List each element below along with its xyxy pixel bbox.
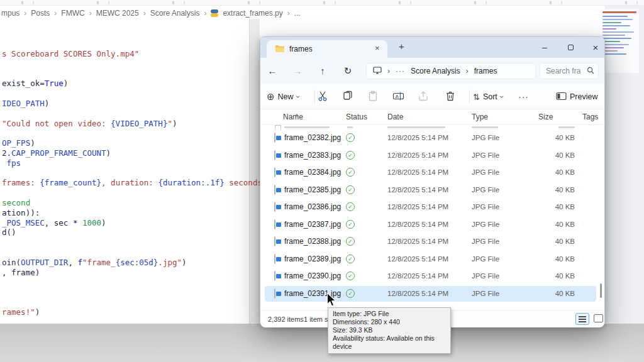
code-line: oin(OUTPUT_DIR, f"frame_{sec:05d}.jpg") bbox=[2, 258, 272, 268]
code-token: oin( bbox=[2, 258, 21, 267]
editor-minimap[interactable] bbox=[601, 9, 639, 73]
code-token: .jpg" bbox=[158, 258, 182, 267]
back-button[interactable]: ← bbox=[264, 63, 280, 79]
code-line bbox=[2, 297, 272, 307]
column-header-tags[interactable]: Tags bbox=[582, 112, 598, 121]
clipped-text bbox=[347, 126, 353, 128]
minimap-line bbox=[602, 22, 621, 23]
sort-label: Sort bbox=[483, 92, 497, 101]
thumbnail-view-toggle[interactable] bbox=[594, 314, 603, 322]
breadcrumb-item[interactable]: Posts bbox=[31, 9, 50, 18]
file-date: 12/8/2025 5:14 PM bbox=[387, 221, 448, 228]
cut-button[interactable] bbox=[317, 84, 328, 109]
breadcrumb-item[interactable]: mpus bbox=[1, 9, 19, 18]
delete-button[interactable] bbox=[445, 84, 456, 109]
file-row[interactable]: frame_02390.jpg ✓ 12/8/2025 5:14 PM JPG … bbox=[260, 268, 604, 285]
copy-button[interactable] bbox=[342, 84, 353, 109]
file-name: frame_02389.jpg bbox=[284, 255, 341, 263]
file-name: frame_02386.jpg bbox=[284, 202, 341, 211]
column-header-type[interactable]: Type bbox=[472, 112, 488, 121]
address-bar[interactable]: › ··· Score Analysis › frames bbox=[366, 63, 536, 79]
tooltip-line: Dimensions: 280 x 440 bbox=[333, 318, 446, 326]
share-button[interactable] bbox=[418, 84, 429, 109]
chevron-right-icon: › bbox=[466, 67, 469, 75]
explorer-tab-frames[interactable]: frames × bbox=[267, 40, 387, 58]
search-placeholder: Search fra bbox=[546, 67, 587, 75]
minimize-button[interactable]: – bbox=[535, 40, 554, 55]
search-input[interactable]: Search fra bbox=[540, 63, 599, 79]
close-button[interactable]: × bbox=[586, 40, 605, 55]
file-date: 12/8/2025 5:14 PM bbox=[387, 238, 448, 245]
breadcrumb-item[interactable]: MEWC 2025 bbox=[96, 9, 139, 18]
new-tab-button[interactable]: + bbox=[399, 41, 404, 52]
file-row[interactable]: frame_02385.jpg ✓ 12/8/2025 5:14 PM JPG … bbox=[260, 182, 604, 199]
code-token: True bbox=[45, 79, 64, 88]
breadcrumb-item[interactable]: FMWC bbox=[61, 9, 84, 18]
file-type: JPG File bbox=[472, 168, 499, 176]
file-date: 12/8/2025 5:14 PM bbox=[387, 272, 448, 280]
jpg-file-icon bbox=[274, 202, 275, 211]
breadcrumb-item[interactable]: extract_frames.py bbox=[223, 9, 282, 18]
file-size: 40 KB bbox=[531, 203, 575, 211]
code-line: "Could not open video: {VIDEO_PATH}") bbox=[2, 119, 272, 129]
jpg-file-icon bbox=[274, 289, 275, 298]
jpg-file-icon bbox=[274, 151, 275, 160]
file-row[interactable]: frame_02386.jpg ✓ 12/8/2025 5:14 PM JPG … bbox=[260, 199, 604, 216]
file-row[interactable]: frame_02388.jpg ✓ 12/8/2025 5:14 PM JPG … bbox=[260, 233, 604, 251]
breadcrumb-separator: › bbox=[24, 9, 26, 18]
explorer-titlebar[interactable]: frames × + – × bbox=[260, 37, 604, 58]
breadcrumb-separator: › bbox=[89, 9, 92, 18]
column-header-date[interactable]: Date bbox=[387, 112, 403, 121]
maximize-button[interactable] bbox=[561, 40, 580, 55]
forward-button[interactable]: → bbox=[289, 63, 306, 79]
file-row[interactable]: frame_02391.jpg ✓ 12/8/2025 5:14 PM JPG … bbox=[260, 285, 604, 303]
address-crumb-frames[interactable]: frames bbox=[474, 67, 497, 75]
code-line bbox=[2, 168, 272, 178]
column-header-name[interactable]: Name bbox=[283, 112, 303, 121]
up-button[interactable]: ↑ bbox=[314, 63, 331, 79]
address-crumb-score-analysis[interactable]: Score Analysis bbox=[411, 67, 460, 75]
code-token: ) bbox=[45, 99, 50, 108]
copy-icon bbox=[342, 90, 353, 104]
breadcrumb-item[interactable]: ... bbox=[294, 9, 301, 18]
column-header-status[interactable]: Status bbox=[346, 112, 367, 121]
file-row[interactable]: frame_02383.jpg ✓ 12/8/2025 5:14 PM JPG … bbox=[260, 147, 604, 165]
minimap-line bbox=[602, 41, 620, 42]
code-line bbox=[2, 109, 272, 119]
file-row[interactable]: frame_02384.jpg ✓ 12/8/2025 5:14 PM JPG … bbox=[260, 164, 604, 182]
rename-button[interactable]: A bbox=[392, 84, 404, 109]
paste-button[interactable] bbox=[367, 84, 379, 109]
code-line: frames: {frame_count}, duration: {durati… bbox=[2, 178, 272, 188]
jpg-file-icon bbox=[274, 168, 275, 177]
more-options-button[interactable]: ··· bbox=[518, 84, 529, 109]
code-token: ) bbox=[106, 148, 111, 158]
details-view-toggle[interactable] bbox=[575, 313, 589, 325]
desktop-bottom-area bbox=[0, 324, 644, 362]
file-row[interactable]: frame_02387.jpg ✓ 12/8/2025 5:14 PM JPG … bbox=[260, 216, 604, 234]
tab-close-icon[interactable]: × bbox=[375, 43, 380, 53]
code-token: f bbox=[77, 258, 82, 267]
file-list: frame_02382.jpg ✓ 12/8/2025 5:14 PM JPG … bbox=[260, 129, 604, 302]
preview-button[interactable]: Preview bbox=[556, 84, 601, 109]
code-token: {sec:05d} bbox=[116, 258, 158, 267]
refresh-button[interactable]: ↻ bbox=[340, 63, 356, 79]
sync-status-icon: ✓ bbox=[346, 237, 355, 246]
file-name: frame_02384.jpg bbox=[284, 168, 341, 177]
code-line: exist_ok=True) bbox=[2, 79, 272, 89]
code-line bbox=[2, 287, 272, 297]
list-scrollbar-thumb[interactable] bbox=[600, 283, 602, 298]
breadcrumb-item[interactable]: Score Analysis bbox=[150, 9, 200, 18]
column-header-size[interactable]: Size bbox=[538, 112, 553, 121]
file-row[interactable]: frame_02389.jpg ✓ 12/8/2025 5:14 PM JPG … bbox=[260, 251, 604, 268]
code-line bbox=[2, 69, 272, 79]
tab-title: frames bbox=[289, 45, 313, 53]
code-line: _POS_MSEC, sec * 1000) bbox=[2, 218, 272, 228]
address-ellipsis[interactable]: ··· bbox=[396, 67, 405, 75]
new-button[interactable]: ⊕ New › bbox=[267, 84, 299, 109]
clipped-text bbox=[284, 126, 330, 128]
clipped-text bbox=[472, 126, 498, 128]
explorer-navbar: ← → ↑ ↻ › ··· Score Analysis › frames Se… bbox=[260, 58, 604, 84]
sort-button[interactable]: ⇅ Sort › bbox=[473, 84, 503, 109]
file-row[interactable]: frame_02382.jpg ✓ 12/8/2025 5:14 PM JPG … bbox=[260, 129, 604, 147]
minimap-line bbox=[602, 28, 616, 30]
